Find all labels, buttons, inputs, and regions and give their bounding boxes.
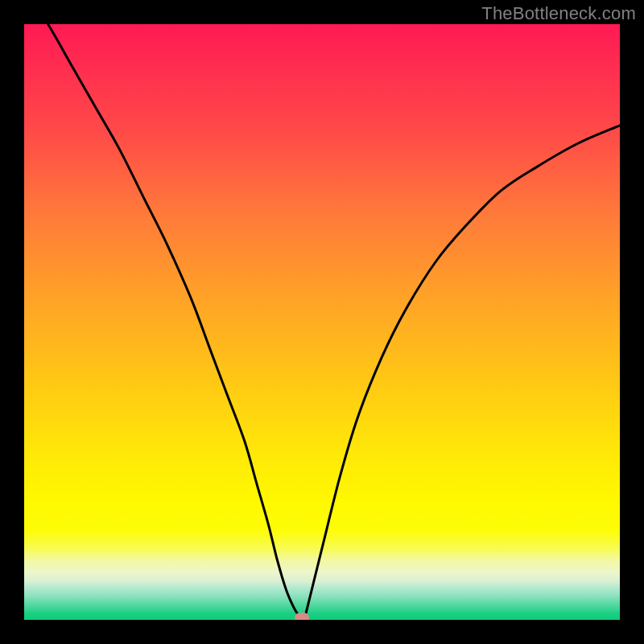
min-marker bbox=[295, 613, 309, 620]
watermark-text: TheBottleneck.com bbox=[481, 3, 636, 24]
curve-svg bbox=[24, 24, 620, 620]
bottleneck-curve bbox=[24, 24, 620, 619]
chart-frame: TheBottleneck.com bbox=[0, 0, 644, 644]
plot-area bbox=[24, 24, 620, 620]
